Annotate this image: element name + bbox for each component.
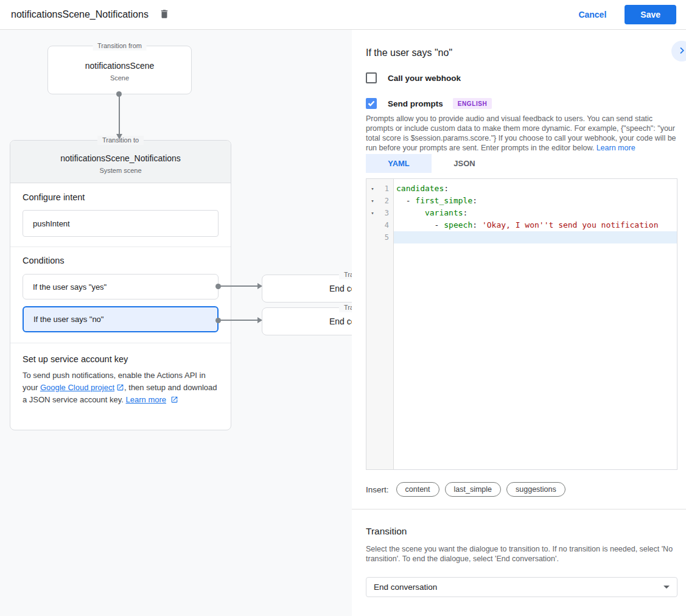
yaml-editor[interactable]: ▾1▾2▾345 candidates: - first_simple: var… <box>366 178 677 470</box>
line-number: 5 <box>377 233 393 242</box>
scene-type: System scene <box>10 167 231 174</box>
gutter-line: 4 <box>366 219 393 231</box>
fold-arrow-icon[interactable]: ▾ <box>368 198 377 204</box>
scene-detail-panel: Transition to notificationsScene_Notific… <box>10 140 231 430</box>
line-number: 4 <box>377 221 393 229</box>
connector-dot <box>215 318 221 323</box>
insert-pill-suggestions[interactable]: suggestions <box>506 482 565 497</box>
line-number: 1 <box>377 184 393 193</box>
cancel-button[interactable]: Cancel <box>578 10 606 19</box>
arrow-down-icon <box>116 134 122 139</box>
insert-row: Insert: content last_simple suggestions <box>366 482 677 497</box>
delete-scene-button[interactable] <box>157 7 172 22</box>
gutter-line: 5 <box>366 231 393 243</box>
condition-item-yes[interactable]: If the user says "yes" <box>23 274 219 299</box>
code-line-active[interactable] <box>394 231 677 243</box>
transition-select-value: End conversation <box>374 583 437 592</box>
send-prompts-label: Send prompts <box>388 99 443 108</box>
service-account-section: Set up service account key To send push … <box>10 343 231 416</box>
trash-icon <box>159 9 170 21</box>
end-box-legend: Transition to <box>339 303 352 312</box>
prompts-description: Prompts allow you to provide audio and v… <box>366 114 677 153</box>
connector-line <box>119 94 120 134</box>
scene-name: notificationsScene_Notifications <box>10 153 231 163</box>
transition-from-box[interactable]: Transition from notificationsScene Scene <box>47 46 192 94</box>
transition-section: Transition Select the scene you want the… <box>352 509 686 597</box>
send-prompts-checkbox[interactable] <box>366 98 377 109</box>
scene-diagram-canvas: Transition from notificationsScene Scene… <box>0 30 352 616</box>
editor-code[interactable]: candidates: - first_simple: variants: - … <box>394 179 677 469</box>
learn-more-link[interactable]: Learn more <box>126 395 166 404</box>
transition-heading: Transition <box>366 525 677 537</box>
call-webhook-row: Call your webhook <box>366 72 677 83</box>
chevron-right-icon <box>677 46 686 57</box>
arrow-right-icon <box>257 317 262 323</box>
line-number: 3 <box>377 209 393 217</box>
from-scene-name: notificationsScene <box>48 61 191 71</box>
transition-select[interactable]: End conversation <box>366 577 677 597</box>
end-conversation-box-yes[interactable]: Transition to End conversation <box>262 275 352 303</box>
external-link-icon <box>116 383 124 391</box>
end-conversation-box-no[interactable]: Transition to End conversation <box>262 307 352 335</box>
connector-line <box>219 285 258 287</box>
tab-yaml[interactable]: YAML <box>366 154 432 173</box>
fold-arrow-icon[interactable]: ▾ <box>368 186 377 192</box>
editor-gutter: ▾1▾2▾345 <box>366 179 394 469</box>
gutter-line: ▾2 <box>366 195 393 207</box>
condition-editor-panel: If the user says "no" Call your webhook … <box>352 30 686 616</box>
conditions-section: Conditions If the user says "yes" If the… <box>10 247 231 343</box>
call-webhook-label: Call your webhook <box>388 74 461 83</box>
fold-arrow-icon[interactable]: ▾ <box>368 210 377 216</box>
prompts-learn-more-link[interactable]: Learn more <box>597 144 635 152</box>
transition-description: Select the scene you want the dialogue t… <box>366 545 677 564</box>
arrow-right-icon <box>257 283 262 289</box>
intent-item-pushintent[interactable]: pushIntent <box>23 210 219 237</box>
configure-intent-heading: Configure intent <box>23 192 219 202</box>
end-box-label: End conversation <box>262 308 352 335</box>
top-bar: notificationsScene_Notifications Cancel … <box>0 0 686 30</box>
configure-intent-section: Configure intent pushIntent <box>10 183 231 247</box>
google-cloud-project-link[interactable]: Google Cloud project <box>40 383 114 392</box>
language-badge: ENGLISH <box>453 98 492 109</box>
send-prompts-row: Send prompts ENGLISH <box>366 98 677 109</box>
line-number: 2 <box>377 197 393 205</box>
connector-dot <box>215 284 221 289</box>
code-line[interactable]: - first_simple: <box>394 195 677 207</box>
condition-title: If the user says "no" <box>366 47 677 59</box>
editor-tabs: YAML JSON <box>366 154 677 173</box>
insert-label: Insert: <box>366 485 389 494</box>
external-link-icon <box>170 395 178 403</box>
end-box-label: End conversation <box>262 275 352 302</box>
call-webhook-checkbox[interactable] <box>366 72 377 83</box>
scene-header[interactable]: Transition to notificationsScene_Notific… <box>10 141 231 183</box>
service-account-text: To send push notifications, enable the A… <box>23 369 219 406</box>
code-line[interactable]: candidates: <box>394 183 677 195</box>
connector-line <box>219 320 258 321</box>
code-line[interactable]: variants: <box>394 207 677 219</box>
dropdown-caret-icon <box>663 586 670 589</box>
gutter-line: ▾1 <box>366 183 393 195</box>
gutter-line: ▾3 <box>366 207 393 219</box>
connector-dot <box>116 91 122 97</box>
from-scene-type: Scene <box>48 74 191 82</box>
end-box-legend: Transition to <box>339 270 352 279</box>
transition-from-legend: Transition from <box>93 41 147 51</box>
page-title: notificationsScene_Notifications <box>11 9 149 20</box>
conditions-heading: Conditions <box>23 256 219 265</box>
insert-pill-last-simple[interactable]: last_simple <box>445 482 502 497</box>
save-button[interactable]: Save <box>625 5 676 24</box>
tab-json[interactable]: JSON <box>432 154 497 173</box>
condition-item-no[interactable]: If the user says "no" <box>23 306 219 332</box>
service-account-heading: Set up service account key <box>23 354 219 364</box>
insert-pill-content[interactable]: content <box>396 482 439 497</box>
code-line[interactable]: - speech: 'Okay, I won''t send you notif… <box>394 219 677 231</box>
